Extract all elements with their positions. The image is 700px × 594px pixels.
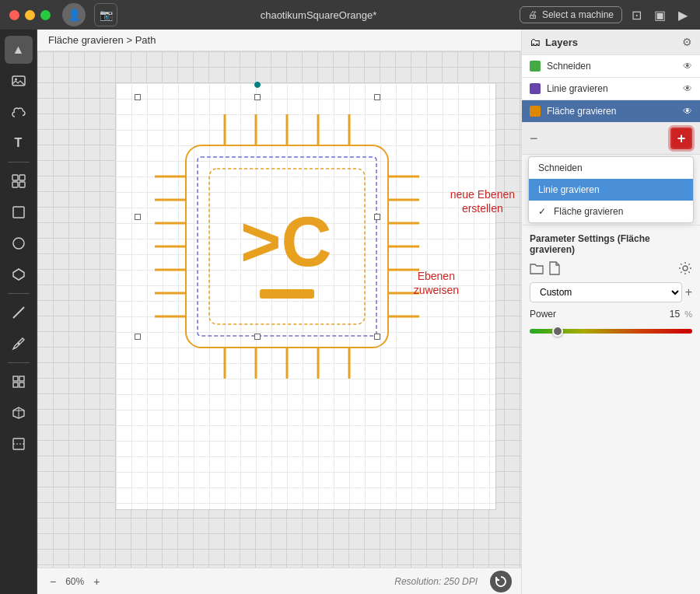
layer-name-linie: Linie gravieren [547, 83, 677, 94]
group-tool-button[interactable] [5, 167, 33, 195]
zoom-level: 60% [65, 576, 84, 587]
dropdown-item-schneiden-label: Schneiden [538, 162, 583, 173]
power-row: Power 15 % [530, 309, 692, 320]
svg-rect-14 [19, 383, 24, 387]
param-gear-button[interactable] [678, 261, 692, 278]
annotation-ebenen-zuweisen: Ebenenzuweisen [414, 269, 459, 297]
svg-point-49 [683, 266, 688, 271]
canvas-content[interactable]: >C [37, 51, 521, 568]
layer-remove-button[interactable]: − [530, 131, 538, 147]
dropdown-item-flache-label: Fläche gravieren [554, 206, 623, 217]
param-folder-button[interactable] [530, 262, 544, 277]
titlebar-center: chaotikumSquareOrange* [261, 9, 377, 21]
resolution-text: Resolution: 250 DPI [394, 576, 478, 587]
dropdown-item-flache[interactable]: ✓ Fläche gravieren [529, 201, 693, 222]
svg-rect-4 [12, 182, 18, 187]
layer-name-flache: Fläche gravieren [547, 106, 677, 117]
layer-eye-linie[interactable]: 👁 [683, 83, 692, 94]
annotation-ebenen-text: Ebenenzuweisen [414, 270, 459, 296]
param-settings-title: Parameter Settings (Fläche gravieren) [530, 233, 692, 255]
right-panel: 🗂 Layers ⚙ Schneiden 👁 Linie gravieren 👁… [521, 30, 700, 594]
svg-point-1 [15, 79, 17, 81]
layer-eye-schneiden[interactable]: 👁 [683, 61, 692, 72]
maximize-button[interactable] [40, 10, 51, 20]
power-unit: % [684, 309, 692, 319]
svg-rect-12 [19, 376, 24, 381]
rect-tool-button[interactable] [5, 198, 33, 226]
cloud-tool-button[interactable] [5, 98, 33, 126]
preview-icon-button[interactable]: ▣ [651, 6, 669, 24]
profile-select[interactable]: Custom [530, 282, 682, 302]
layer-color-schneiden [530, 61, 541, 72]
layer-controls: − + [522, 123, 700, 155]
user-avatar: 👤 [62, 3, 86, 26]
dropdown-item-linie[interactable]: Linie gravieren [529, 179, 693, 201]
layer-color-flache [530, 106, 541, 117]
power-label: Power [530, 309, 665, 320]
layers-icon: 🗂 [530, 36, 541, 48]
canvas-bottom-bar: − 60% + Resolution: 250 DPI [37, 568, 521, 594]
stamp-tool-button[interactable] [5, 368, 33, 396]
power-value: 15 [670, 309, 680, 320]
play-icon-button[interactable]: ▶ [675, 6, 691, 24]
select-machine-button[interactable]: 🖨 Select a machine [520, 6, 622, 23]
svg-rect-47 [260, 289, 314, 299]
breadcrumb-text: Fläche gravieren > Path [48, 34, 156, 46]
layer-item-schneiden[interactable]: Schneiden 👁 [522, 55, 700, 78]
toolbar-divider-2 [8, 293, 30, 294]
line-tool-button[interactable] [5, 299, 33, 327]
layers-header: 🗂 Layers ⚙ [522, 30, 700, 55]
image-tool-button[interactable] [5, 67, 33, 95]
svg-rect-5 [19, 182, 25, 187]
cube-tool-button[interactable] [5, 399, 33, 427]
close-button[interactable] [9, 10, 19, 20]
zoom-in-button[interactable]: + [90, 574, 103, 589]
annotation-neue-text: neue Ebenenerstellen [450, 188, 515, 215]
left-toolbar: ▲ T [0, 30, 37, 594]
annotation-neue-ebenen: neue Ebenenerstellen [450, 187, 515, 215]
zoom-out-button[interactable]: − [47, 574, 59, 589]
power-slider-container [530, 323, 692, 337]
layer-add-button[interactable]: + [670, 128, 692, 149]
svg-rect-3 [19, 175, 25, 180]
dropdown-item-schneiden[interactable]: Schneiden [529, 157, 693, 179]
svg-rect-6 [13, 207, 24, 218]
svg-point-10 [17, 343, 19, 345]
reset-view-button[interactable] [490, 571, 512, 592]
frame-icon-button[interactable]: ⊡ [628, 6, 645, 24]
layer-color-linie [530, 83, 541, 94]
layer-item-linie[interactable]: Linie gravieren 👁 [522, 78, 700, 100]
profile-select-row: Custom + [530, 282, 692, 302]
handle-rotate[interactable] [254, 82, 261, 88]
profile-add-button[interactable]: + [685, 285, 692, 299]
add-button-container: + [670, 128, 692, 149]
breadcrumb: Fläche gravieren > Path [37, 30, 521, 51]
main-layout: ▲ T [0, 30, 700, 594]
param-icon-group [530, 261, 674, 278]
layer-eye-flache[interactable]: 👁 [683, 106, 692, 117]
power-slider[interactable] [530, 329, 692, 334]
text-tool-button[interactable]: T [5, 129, 33, 157]
pen-tool-button[interactable] [5, 330, 33, 358]
svg-line-9 [13, 307, 24, 318]
checkmark-icon: ✓ [538, 206, 546, 217]
layer-item-flache[interactable]: Fläche gravieren 👁 [522, 100, 700, 123]
toolbar-divider-1 [8, 162, 30, 162]
polygon-tool-button[interactable] [5, 260, 33, 288]
canvas-area: Fläche gravieren > Path [37, 30, 521, 594]
window-controls: 👤 📷 [9, 3, 117, 26]
circle-tool-button[interactable] [5, 229, 33, 257]
titlebar: 👤 📷 chaotikumSquareOrange* 🖨 Select a ma… [0, 0, 700, 30]
window-title: chaotikumSquareOrange* [261, 9, 377, 21]
param-icons-row [530, 261, 692, 278]
slice-tool-button[interactable] [5, 430, 33, 458]
select-tool-button[interactable]: ▲ [5, 36, 33, 64]
svg-rect-11 [13, 376, 18, 381]
svg-rect-2 [12, 175, 18, 180]
param-file-button[interactable] [548, 261, 561, 278]
layer-dropdown: Schneiden Linie gravieren ✓ Fläche gravi… [528, 156, 694, 223]
camera-icon[interactable]: 📷 [94, 3, 117, 26]
dropdown-item-linie-label: Linie gravieren [538, 184, 600, 195]
layers-settings-button[interactable]: ⚙ [682, 36, 692, 48]
minimize-button[interactable] [25, 10, 35, 20]
